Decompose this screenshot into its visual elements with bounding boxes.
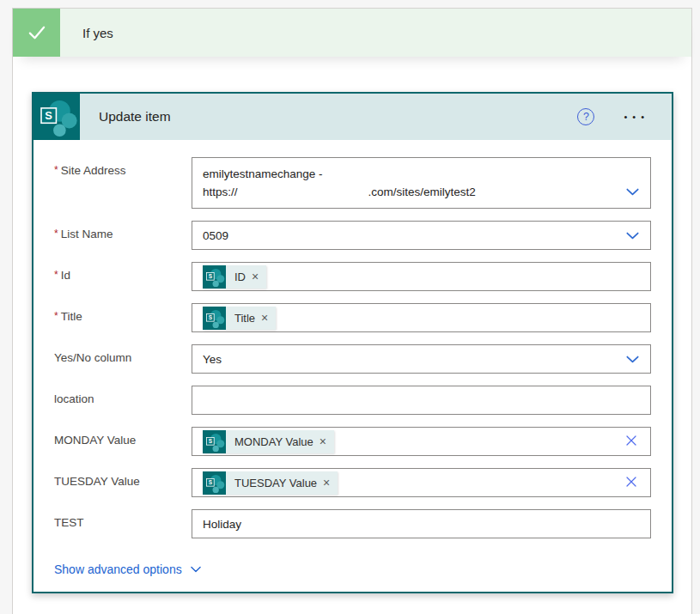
- site-address-line1: emilytestnamechange -: [203, 165, 640, 183]
- sharepoint-icon: S: [203, 471, 226, 495]
- field-label: Yes/No column: [54, 344, 192, 364]
- token-label: TUESDAY Value: [226, 477, 321, 489]
- chevron-down-icon[interactable]: [625, 228, 640, 243]
- condition-title: If yes: [82, 9, 113, 57]
- list-name-value: 0509: [203, 229, 228, 242]
- clear-field-icon[interactable]: [624, 434, 640, 450]
- dynamic-token-chip[interactable]: S TUESDAY Value ×: [203, 471, 338, 495]
- svg-text:S: S: [45, 109, 52, 122]
- dynamic-token-chip[interactable]: S Title ×: [203, 307, 276, 330]
- flow-branch-panel: If yes S Update item ? ••• Site Address …: [12, 8, 692, 614]
- chevron-down-icon[interactable]: [625, 185, 640, 199]
- dynamic-token-chip[interactable]: S ID ×: [203, 265, 266, 289]
- sharepoint-icon: S: [203, 307, 226, 330]
- sharepoint-icon: S: [203, 430, 226, 453]
- test-input-box[interactable]: [192, 509, 651, 538]
- site-address-url-suffix: .com/sites/emilytest2: [368, 183, 476, 201]
- field-row-yesno-column: Yes/No column Yes: [54, 344, 651, 374]
- field-label: Site Address: [54, 157, 192, 177]
- field-row-location: location: [54, 386, 651, 415]
- field-row-list-name: List Name 0509: [54, 221, 651, 250]
- dynamic-token-chip[interactable]: S MONDAY Value ×: [203, 430, 334, 453]
- location-input[interactable]: [203, 388, 640, 412]
- field-label: MONDAY Value: [54, 427, 192, 447]
- field-row-title: Title S Title ×: [54, 303, 651, 332]
- show-advanced-options-link[interactable]: Show advanced options: [54, 562, 202, 576]
- field-row-tuesday-value: TUESDAY Value S TUESDAY Value ×: [54, 468, 651, 497]
- token-label: MONDAY Value: [226, 435, 318, 448]
- tuesday-value-input[interactable]: S TUESDAY Value ×: [192, 468, 651, 497]
- svg-text:S: S: [209, 438, 213, 444]
- card-header[interactable]: S Update item ? •••: [33, 94, 672, 140]
- chevron-down-icon: [190, 563, 202, 575]
- yesno-dropdown[interactable]: Yes: [192, 344, 651, 374]
- update-item-card: S Update item ? ••• Site Address emilyte…: [32, 92, 673, 593]
- field-label: Title: [54, 303, 192, 323]
- sharepoint-icon: S: [33, 94, 80, 140]
- condition-check-box: [13, 9, 60, 57]
- card-title: Update item: [99, 109, 171, 125]
- title-input[interactable]: S Title ×: [192, 303, 651, 332]
- help-icon[interactable]: ?: [577, 108, 594, 125]
- monday-value-input[interactable]: S MONDAY Value ×: [192, 427, 651, 456]
- field-label: List Name: [54, 221, 192, 240]
- location-input-box[interactable]: [192, 386, 651, 415]
- ellipsis-menu-icon[interactable]: •••: [620, 108, 649, 125]
- checkmark-icon: [24, 20, 50, 46]
- svg-text:S: S: [209, 273, 213, 279]
- token-remove-icon[interactable]: ×: [318, 435, 334, 448]
- show-advanced-options-label: Show advanced options: [54, 562, 182, 576]
- field-row-test: TEST: [54, 509, 651, 538]
- field-row-monday-value: MONDAY Value S MONDAY Value ×: [54, 427, 651, 456]
- field-label: Id: [54, 262, 192, 282]
- sharepoint-icon: S: [203, 265, 226, 289]
- list-name-dropdown[interactable]: 0509: [192, 221, 651, 250]
- token-remove-icon[interactable]: ×: [321, 476, 338, 489]
- token-label: Title: [226, 312, 259, 325]
- site-address-dropdown[interactable]: emilytestnamechange - https:// .com/site…: [192, 157, 651, 209]
- field-label: TEST: [54, 509, 192, 529]
- site-address-url-prefix: https://: [203, 183, 238, 201]
- svg-text:S: S: [209, 314, 213, 320]
- token-remove-icon[interactable]: ×: [259, 311, 276, 325]
- field-row-site-address: Site Address emilytestnamechange - https…: [54, 157, 651, 209]
- svg-text:S: S: [209, 479, 213, 485]
- condition-header[interactable]: If yes: [13, 9, 691, 57]
- card-body: Site Address emilytestnamechange - https…: [33, 140, 672, 586]
- test-input[interactable]: [203, 512, 640, 536]
- token-remove-icon[interactable]: ×: [250, 270, 266, 283]
- field-label: location: [54, 386, 192, 405]
- field-row-id: Id S ID ×: [54, 262, 651, 291]
- field-label: TUESDAY Value: [54, 468, 192, 488]
- token-label: ID: [226, 271, 250, 283]
- chevron-down-icon[interactable]: [625, 352, 640, 367]
- id-input[interactable]: S ID ×: [192, 262, 651, 291]
- clear-field-icon[interactable]: [624, 475, 640, 491]
- yesno-value: Yes: [203, 353, 222, 366]
